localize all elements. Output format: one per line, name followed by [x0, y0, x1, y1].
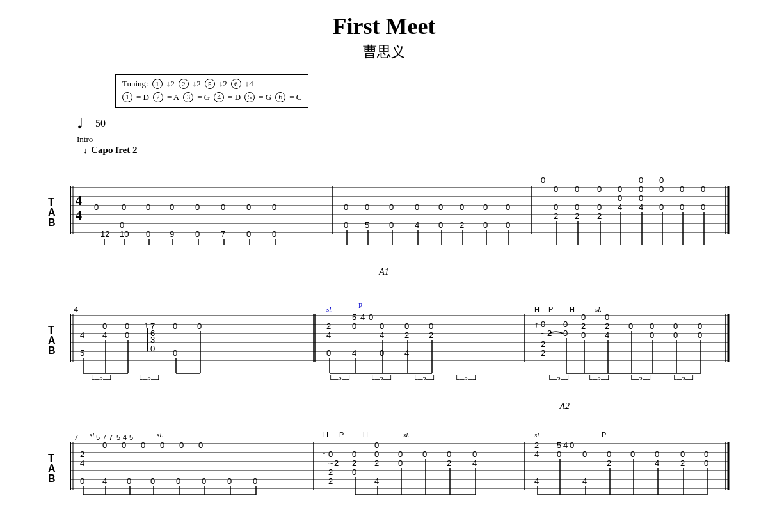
- svg-text:4: 4: [80, 458, 84, 468]
- svg-text:7: 7: [221, 229, 225, 239]
- svg-text:4: 4: [352, 348, 356, 358]
- svg-text:0: 0: [597, 184, 602, 194]
- svg-text:0: 0: [438, 220, 443, 230]
- a1-staff: T A B 4 4 5 0 4 0 0: [38, 284, 730, 382]
- svg-text:└─3─┘: └─3─┘: [588, 375, 611, 380]
- svg-text:0: 0: [272, 202, 276, 212]
- svg-text:0: 0: [618, 193, 622, 203]
- svg-text:0: 0: [398, 449, 403, 459]
- svg-text:7: 7: [74, 433, 78, 442]
- svg-text:0: 0: [447, 449, 451, 459]
- svg-text:0: 0: [344, 220, 348, 230]
- svg-text:A: A: [48, 463, 56, 474]
- svg-text:0: 0: [541, 175, 545, 185]
- svg-text:└─3─┘: └─3─┘: [138, 375, 161, 380]
- svg-text:2: 2: [605, 321, 609, 331]
- svg-text:~: ~: [328, 458, 333, 468]
- svg-text:T: T: [48, 453, 54, 463]
- svg-text:0: 0: [122, 440, 126, 450]
- svg-text:0: 0: [438, 202, 443, 212]
- svg-text:4: 4: [582, 476, 587, 486]
- svg-text:0: 0: [202, 476, 206, 486]
- svg-text:0: 0: [673, 330, 678, 340]
- svg-text:└─3─┘: └─3─┘: [672, 375, 696, 380]
- svg-text:0: 0: [655, 449, 659, 459]
- svg-text:0: 0: [506, 202, 510, 212]
- svg-text:2: 2: [374, 458, 379, 468]
- svg-text:0: 0: [197, 321, 202, 331]
- svg-text:4: 4: [80, 330, 84, 340]
- svg-text:0: 0: [94, 202, 99, 212]
- svg-text:0: 0: [541, 319, 545, 329]
- tuning-box: Tuning: 1↓2 2↓2 5↓2 6↓4 1= D 2= A 3= G 4…: [115, 74, 308, 108]
- svg-text:4: 4: [415, 220, 419, 230]
- svg-text:2: 2: [534, 440, 539, 450]
- svg-text:P: P: [358, 302, 362, 309]
- svg-text:2: 2: [334, 458, 339, 468]
- svg-text:0: 0: [472, 449, 477, 459]
- svg-text:T: T: [48, 197, 54, 207]
- svg-text:T: T: [48, 325, 54, 335]
- svg-text:0: 0: [125, 321, 129, 331]
- svg-text:0: 0: [352, 321, 356, 331]
- svg-text:0: 0: [150, 344, 155, 353]
- svg-text:P: P: [602, 431, 606, 439]
- svg-text:0: 0: [607, 449, 611, 459]
- svg-text:4: 4: [472, 458, 477, 468]
- svg-text:↑: ↑: [322, 449, 326, 459]
- svg-text:sl.: sl.: [403, 431, 410, 439]
- svg-text:0: 0: [415, 202, 419, 212]
- tuning-line1: Tuning: 1↓2 2↓2 5↓2 6↓4: [122, 77, 301, 91]
- svg-text:└─3─┘: └─3─┘: [629, 375, 653, 380]
- svg-text:0: 0: [398, 458, 403, 468]
- tuning-line2: 1= D 2= A 3= G 4= D 5= G 6= C: [122, 91, 301, 104]
- svg-text:5: 5: [80, 348, 84, 358]
- svg-text:└─3─┘: └─3─┘: [370, 375, 394, 380]
- svg-text:2: 2: [404, 330, 409, 340]
- svg-text:4: 4: [563, 440, 568, 450]
- svg-text:0: 0: [389, 220, 394, 230]
- svg-text:sl.: sl.: [157, 431, 163, 439]
- svg-text:0: 0: [563, 328, 568, 338]
- svg-text:5: 5: [129, 433, 133, 441]
- tempo-line: ♩ = 50: [77, 115, 730, 132]
- intro-staff-svg: T A B 4 4 0 12 0: [38, 162, 730, 245]
- svg-text:4: 4: [605, 330, 609, 340]
- svg-text:2: 2: [429, 330, 433, 340]
- svg-text:0: 0: [369, 312, 373, 322]
- svg-text:2: 2: [607, 458, 611, 468]
- capo-label: ↓ Capo fret 2: [83, 145, 730, 156]
- svg-text:2: 2: [460, 220, 464, 230]
- svg-text:2: 2: [328, 467, 333, 477]
- svg-text:0: 0: [659, 184, 664, 194]
- svg-text:0: 0: [704, 458, 708, 468]
- svg-text:0: 0: [374, 440, 379, 450]
- svg-text:0: 0: [630, 449, 635, 459]
- svg-text:4: 4: [76, 208, 82, 222]
- svg-text:5: 5: [352, 312, 356, 322]
- svg-text:5: 5: [116, 433, 120, 441]
- svg-text:0: 0: [673, 321, 678, 331]
- svg-text:0: 0: [659, 202, 664, 212]
- svg-text:4: 4: [360, 312, 365, 322]
- svg-text:0: 0: [389, 202, 394, 212]
- svg-text:0: 0: [125, 330, 129, 340]
- svg-text:0: 0: [698, 321, 702, 331]
- svg-text:10: 10: [120, 229, 129, 239]
- svg-text:0: 0: [246, 229, 251, 239]
- svg-text:└─3─┘: └─3─┘: [547, 375, 571, 380]
- svg-text:9: 9: [170, 229, 174, 239]
- svg-text:0: 0: [557, 449, 561, 459]
- svg-text:0: 0: [120, 220, 124, 230]
- svg-text:2: 2: [680, 458, 685, 468]
- svg-text:0: 0: [701, 184, 705, 194]
- svg-text:0: 0: [582, 449, 587, 459]
- svg-text:0: 0: [701, 202, 705, 212]
- svg-text:0: 0: [483, 220, 488, 230]
- svg-text:0: 0: [575, 202, 579, 212]
- svg-text:0: 0: [429, 321, 433, 331]
- title-section: First Meet 曹思义: [38, 13, 730, 61]
- svg-text:H: H: [534, 305, 540, 313]
- svg-text:0: 0: [581, 330, 586, 340]
- svg-text:sl.: sl.: [595, 305, 602, 313]
